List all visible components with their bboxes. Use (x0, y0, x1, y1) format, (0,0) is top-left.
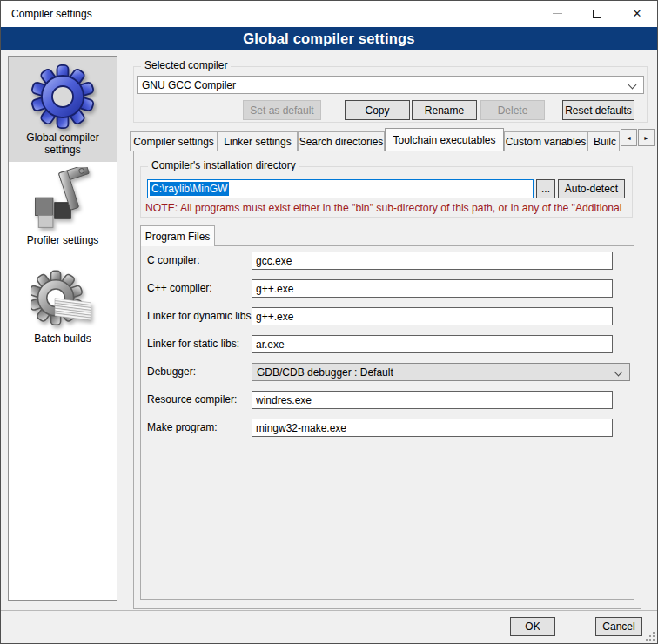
page-title: Global compiler settings (243, 30, 414, 47)
close-button[interactable]: ✕ (617, 1, 657, 26)
cancel-button[interactable]: Cancel (595, 617, 642, 636)
installation-directory-value: C:\raylib\MinGW (150, 182, 229, 196)
minimize-icon (553, 13, 562, 14)
arrow-left-icon: ◄ (626, 135, 632, 141)
sidebar-item-label: Profiler settings (24, 234, 103, 246)
banner: Global compiler settings (1, 27, 657, 50)
rename-button[interactable]: Rename (412, 100, 477, 120)
reset-defaults-button[interactable]: Reset defaults (562, 100, 634, 120)
tab-program-files[interactable]: Program Files (140, 225, 215, 246)
resize-grip[interactable] (646, 632, 655, 641)
set-as-default-button[interactable]: Set as default (243, 100, 321, 120)
chevron-down-icon (614, 368, 623, 377)
sidebar-item-global-compiler-settings[interactable]: Global compiler settings (9, 57, 117, 162)
maximize-button[interactable] (577, 1, 617, 26)
chevron-down-icon (628, 81, 637, 90)
compiler-select[interactable]: GNU GCC Compiler (137, 76, 644, 94)
resource-compiler-label: Resource compiler: (147, 393, 237, 406)
c-compiler-label: C compiler: (147, 254, 200, 266)
auto-detect-button[interactable]: Auto-detect (558, 179, 625, 198)
linker-dynamic-input[interactable] (252, 307, 613, 325)
compiler-settings-dialog: Compiler settings ✕ Global compiler sett… (0, 0, 658, 644)
sidebar-item-label: Batch builds (30, 332, 94, 345)
make-program-input[interactable] (252, 419, 613, 437)
resource-compiler-input[interactable] (252, 391, 613, 409)
sidebar: Global compiler settings (8, 56, 118, 601)
sidebar-item-label: Global compiler settings (9, 131, 117, 156)
delete-button[interactable]: Delete (480, 100, 545, 120)
caliper-profiler-icon (30, 167, 95, 234)
make-program-label: Make program: (147, 421, 218, 433)
copy-button[interactable]: Copy (345, 100, 410, 120)
sidebar-item-profiler-settings[interactable]: Profiler settings (9, 167, 117, 246)
tab-search-directories[interactable]: Search directories (298, 131, 385, 151)
maximize-icon (593, 10, 601, 18)
footer-divider (1, 610, 657, 611)
titlebar[interactable]: Compiler settings ✕ (1, 1, 657, 27)
debugger-label: Debugger: (147, 366, 196, 378)
debugger-select-value: GDB/CDB debugger : Default (257, 366, 393, 379)
cpp-compiler-label: C++ compiler: (147, 282, 212, 294)
browse-directory-button[interactable]: ... (536, 179, 555, 198)
tab-scroll-right-button[interactable]: ► (638, 129, 655, 146)
tab-custom-variables[interactable]: Custom variables (504, 131, 588, 151)
linker-dynamic-label: Linker for dynamic libs: (147, 310, 254, 322)
tab-toolchain-executables[interactable]: Toolchain executables (385, 128, 504, 151)
close-icon: ✕ (633, 8, 642, 19)
arrow-right-icon: ► (643, 135, 649, 141)
compiler-select-value: GNU GCC Compiler (142, 79, 236, 91)
linker-static-label: Linker for static libs: (147, 338, 239, 350)
cpp-compiler-input[interactable] (252, 279, 613, 298)
sidebar-item-batch-builds[interactable]: Batch builds (9, 267, 117, 345)
installation-directory-group-label: Compiler's installation directory (148, 159, 299, 171)
tab-compiler-settings[interactable]: Compiler settings (130, 131, 218, 151)
blue-gear-icon (30, 64, 95, 131)
linker-static-input[interactable] (252, 335, 613, 353)
selected-compiler-group-label: Selected compiler (141, 59, 231, 71)
c-compiler-input[interactable] (252, 252, 613, 270)
note-text: NOTE: All programs must exist either in … (145, 202, 636, 214)
gray-gear-stack-icon (31, 267, 94, 332)
debugger-select[interactable]: GDB/CDB debugger : Default (252, 363, 630, 381)
tab-scroll-left-button[interactable]: ◄ (621, 129, 637, 146)
tab-linker-settings[interactable]: Linker settings (218, 131, 298, 151)
ok-button[interactable]: OK (510, 617, 555, 636)
window-title: Compiler settings (11, 8, 92, 20)
installation-directory-input[interactable]: C:\raylib\MinGW (147, 179, 534, 198)
minimize-button[interactable] (537, 1, 577, 26)
tab-build-options-truncated[interactable]: Builc (588, 131, 620, 151)
